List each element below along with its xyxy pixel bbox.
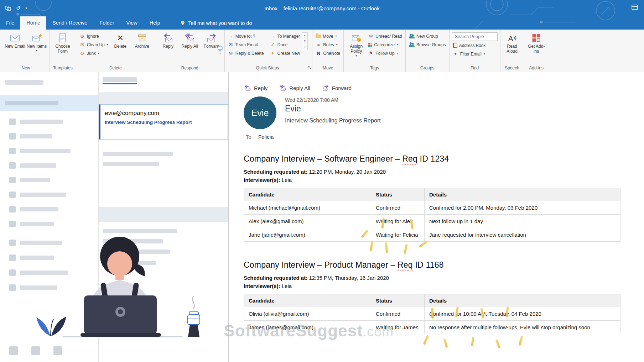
message-date: Wed 22/1/2020 7:00 AM [285,97,381,103]
placeholder-bar [20,178,50,182]
message-subject: Interview Scheduling Progress Report [285,117,381,124]
placeholder-bar [103,239,163,243]
message-body: Company Interview – Software Engineer – … [244,154,630,334]
unread-read-button[interactable]: ✉ Unread/ Read [367,32,403,40]
reply-all-icon [279,84,287,91]
dropdown-caret-icon: ▾ [336,35,337,38]
filter-email-label: Filter Email [460,52,482,57]
create-new-quickstep[interactable]: ✦ Create New [269,49,301,57]
team-email-quickstep[interactable]: ✉ Team Email [227,41,265,49]
choose-form-icon [57,32,68,44]
scheduling-value: 12:35 PM, Thursday, 16 Jan 2020 [309,275,389,281]
tell-me-box[interactable]: Tell me what you want to do [180,16,252,30]
message-reply-button[interactable]: Reply [244,84,268,91]
share-screen-icon [217,46,223,52]
nav-people-icon[interactable] [53,346,62,355]
create-new-label: Create New [277,51,300,56]
tab-folder[interactable]: Folder [93,16,120,30]
clean-up-button[interactable]: ✉ Clean Up ▾ [79,41,109,49]
new-group-button[interactable]: New Group [408,32,447,40]
unread-read-icon: ✉ [368,33,374,39]
archive-button[interactable]: Archive [132,31,152,49]
placeholder-bar [103,162,159,166]
tab-send-receive[interactable]: Send / Receive [46,16,93,30]
tab-view[interactable]: View [120,16,144,30]
placeholder-icon [9,148,16,154]
gallery-down-icon[interactable]: ▼ [302,38,307,44]
reply-icon [244,84,251,91]
to-recipient: Felicia [258,134,274,140]
address-book-button[interactable]: Address Book [452,41,498,49]
cell-status: Waiting for Alex [371,215,425,228]
cell-status: Confirmed [371,307,425,321]
ignore-button[interactable]: ⊘ Ignore [79,32,109,40]
onenote-button[interactable]: N OneNote [315,49,341,57]
tab-home[interactable]: Home [20,16,46,30]
interviewer-line: Interviewer(s): Leia [244,177,630,183]
reply-all-button[interactable]: Reply All [180,31,200,49]
assign-policy-button[interactable]: Assign Policy ▾ [346,31,366,57]
new-items-icon [31,32,42,44]
focused-tab-placeholder[interactable] [103,77,137,82]
nav-mail-icon[interactable] [9,346,18,355]
reply-button[interactable]: Reply [158,31,178,49]
nav-calendar-icon[interactable] [31,346,40,355]
forward-icon [322,84,329,91]
move-to-quickstep[interactable]: → Move to: ? [227,32,265,40]
group-label-addins: Add-ins [527,64,546,72]
selected-email-item[interactable]: evie@company.com Interview Scheduling Pr… [99,104,228,140]
reply-delete-quickstep[interactable]: ✉ Reply & Delete [227,49,265,57]
placeholder-bar [20,256,54,260]
cell-details: Next follow up in 1 day [425,215,620,228]
filter-email-button[interactable]: ▼ Filter Email ▾ [452,50,498,58]
forward-icon [206,32,217,44]
read-aloud-button[interactable]: Read Aloud [503,31,521,54]
get-addins-button[interactable]: Get Add-ins [527,31,546,54]
gallery-more-icon[interactable]: ▿ [302,44,307,50]
new-email-button[interactable]: New Email [5,31,25,49]
list-group-header [99,207,228,222]
categorize-button[interactable]: Categorize ▾ [367,41,403,49]
reply-delete-icon: ✉ [228,51,234,56]
respond-more-button[interactable]: ▾ [217,46,223,55]
placeholder-bar [103,152,173,156]
browse-groups-button[interactable]: Browse Groups [408,41,447,49]
tab-file[interactable]: File [0,16,20,30]
customize-qat-caret-icon[interactable]: ▾ [26,6,27,10]
delete-button[interactable]: ✕ Delete [110,31,131,49]
read-aloud-icon [507,32,518,44]
message-reply-all-button[interactable]: Reply All [279,84,310,91]
new-email-label: New Email [5,44,25,49]
ribbon-display-options-icon[interactable] [631,4,638,12]
gallery-up-icon[interactable]: ▲ [302,33,307,38]
placeholder-icon [9,133,16,140]
search-people-input[interactable] [452,32,498,41]
placeholder-icon [9,255,16,261]
follow-up-button[interactable]: ⚑ Follow Up ▾ [367,49,403,57]
address-book-icon [453,43,457,48]
rules-button[interactable]: ≡ Rules ▾ [315,41,341,49]
done-quickstep[interactable]: ✓ Done [269,41,301,49]
delete-label: Delete [114,44,126,49]
message-sender-name: Evie [285,104,381,114]
undo-icon[interactable]: ↺ [16,5,21,11]
selected-folder-row[interactable] [0,95,98,111]
placeholder-bar [20,163,56,168]
get-addins-label: Get Add-ins [527,44,546,54]
to-manager-quickstep[interactable]: → To Manager [269,32,301,40]
send-receive-icon[interactable] [5,5,11,11]
col-header-candidate: Candidate [244,188,371,201]
choose-form-button[interactable]: Choose Form [52,31,73,54]
interviewer-value: Leia [282,283,292,289]
quick-steps-dialog-launcher[interactable] [307,64,311,71]
move-button[interactable]: Move ▾ [315,32,341,40]
quick-steps-gallery-scrollbar[interactable]: ▲ ▼ ▿ [302,32,308,50]
dropdown-caret-icon: ▾ [484,52,485,56]
message-forward-button[interactable]: Forward [322,84,352,91]
junk-button[interactable]: ⊘ Junk ▾ [79,49,109,57]
tab-help[interactable]: Help [144,16,166,30]
move-to-icon: → [228,33,234,39]
ribbon-group-respond: Reply Reply All Forward ▾ Respond [155,30,225,72]
table-row: Michael (michael@gmail.com) Confirmed Co… [244,201,620,215]
new-items-button[interactable]: New Items ▾ [26,31,47,52]
